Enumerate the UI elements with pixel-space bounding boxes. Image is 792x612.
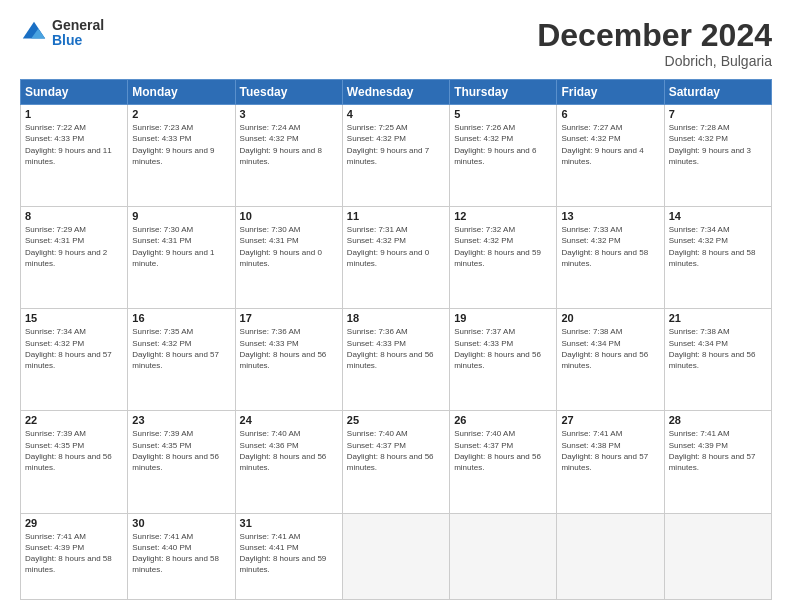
page: General Blue December 2024 Dobrich, Bulg…: [0, 0, 792, 612]
day-cell-30: 30 Sunrise: 7:41 AMSunset: 4:40 PMDaylig…: [128, 513, 235, 600]
calendar-row-1: 1 Sunrise: 7:22 AMSunset: 4:33 PMDayligh…: [21, 105, 772, 207]
logo-text: General Blue: [52, 18, 104, 49]
day-number: 17: [240, 312, 338, 324]
day-info: Sunrise: 7:39 AMSunset: 4:35 PMDaylight:…: [132, 428, 230, 473]
calendar-row-5: 29 Sunrise: 7:41 AMSunset: 4:39 PMDaylig…: [21, 513, 772, 600]
day-cell-15: 15 Sunrise: 7:34 AMSunset: 4:32 PMDaylig…: [21, 309, 128, 411]
day-cell-26: 26 Sunrise: 7:40 AMSunset: 4:37 PMDaylig…: [450, 411, 557, 513]
day-number: 7: [669, 108, 767, 120]
col-monday: Monday: [128, 80, 235, 105]
day-info: Sunrise: 7:30 AMSunset: 4:31 PMDaylight:…: [240, 224, 338, 269]
day-number: 10: [240, 210, 338, 222]
day-info: Sunrise: 7:29 AMSunset: 4:31 PMDaylight:…: [25, 224, 123, 269]
day-cell-11: 11 Sunrise: 7:31 AMSunset: 4:32 PMDaylig…: [342, 207, 449, 309]
day-number: 8: [25, 210, 123, 222]
header: General Blue December 2024 Dobrich, Bulg…: [20, 18, 772, 69]
day-number: 3: [240, 108, 338, 120]
day-info: Sunrise: 7:38 AMSunset: 4:34 PMDaylight:…: [669, 326, 767, 371]
day-number: 9: [132, 210, 230, 222]
calendar-row-4: 22 Sunrise: 7:39 AMSunset: 4:35 PMDaylig…: [21, 411, 772, 513]
calendar-row-2: 8 Sunrise: 7:29 AMSunset: 4:31 PMDayligh…: [21, 207, 772, 309]
day-cell-1: 1 Sunrise: 7:22 AMSunset: 4:33 PMDayligh…: [21, 105, 128, 207]
day-info: Sunrise: 7:33 AMSunset: 4:32 PMDaylight:…: [561, 224, 659, 269]
day-number: 12: [454, 210, 552, 222]
logo-blue: Blue: [52, 33, 104, 48]
day-info: Sunrise: 7:41 AMSunset: 4:38 PMDaylight:…: [561, 428, 659, 473]
day-info: Sunrise: 7:28 AMSunset: 4:32 PMDaylight:…: [669, 122, 767, 167]
day-cell-7: 7 Sunrise: 7:28 AMSunset: 4:32 PMDayligh…: [664, 105, 771, 207]
empty-cell: [557, 513, 664, 600]
day-number: 24: [240, 414, 338, 426]
logo: General Blue: [20, 18, 104, 49]
day-cell-16: 16 Sunrise: 7:35 AMSunset: 4:32 PMDaylig…: [128, 309, 235, 411]
day-number: 15: [25, 312, 123, 324]
day-info: Sunrise: 7:39 AMSunset: 4:35 PMDaylight:…: [25, 428, 123, 473]
day-cell-24: 24 Sunrise: 7:40 AMSunset: 4:36 PMDaylig…: [235, 411, 342, 513]
day-cell-20: 20 Sunrise: 7:38 AMSunset: 4:34 PMDaylig…: [557, 309, 664, 411]
empty-cell: [450, 513, 557, 600]
day-number: 23: [132, 414, 230, 426]
day-number: 29: [25, 517, 123, 529]
day-cell-29: 29 Sunrise: 7:41 AMSunset: 4:39 PMDaylig…: [21, 513, 128, 600]
day-number: 25: [347, 414, 445, 426]
day-info: Sunrise: 7:38 AMSunset: 4:34 PMDaylight:…: [561, 326, 659, 371]
day-number: 28: [669, 414, 767, 426]
day-info: Sunrise: 7:40 AMSunset: 4:36 PMDaylight:…: [240, 428, 338, 473]
day-cell-17: 17 Sunrise: 7:36 AMSunset: 4:33 PMDaylig…: [235, 309, 342, 411]
day-cell-8: 8 Sunrise: 7:29 AMSunset: 4:31 PMDayligh…: [21, 207, 128, 309]
day-info: Sunrise: 7:40 AMSunset: 4:37 PMDaylight:…: [347, 428, 445, 473]
day-info: Sunrise: 7:24 AMSunset: 4:32 PMDaylight:…: [240, 122, 338, 167]
day-info: Sunrise: 7:41 AMSunset: 4:41 PMDaylight:…: [240, 531, 338, 576]
logo-icon: [20, 19, 48, 47]
title-section: December 2024 Dobrich, Bulgaria: [537, 18, 772, 69]
day-cell-23: 23 Sunrise: 7:39 AMSunset: 4:35 PMDaylig…: [128, 411, 235, 513]
day-info: Sunrise: 7:25 AMSunset: 4:32 PMDaylight:…: [347, 122, 445, 167]
col-friday: Friday: [557, 80, 664, 105]
day-number: 5: [454, 108, 552, 120]
empty-cell: [342, 513, 449, 600]
day-cell-13: 13 Sunrise: 7:33 AMSunset: 4:32 PMDaylig…: [557, 207, 664, 309]
day-number: 18: [347, 312, 445, 324]
day-cell-27: 27 Sunrise: 7:41 AMSunset: 4:38 PMDaylig…: [557, 411, 664, 513]
day-cell-10: 10 Sunrise: 7:30 AMSunset: 4:31 PMDaylig…: [235, 207, 342, 309]
day-number: 16: [132, 312, 230, 324]
day-number: 6: [561, 108, 659, 120]
day-cell-5: 5 Sunrise: 7:26 AMSunset: 4:32 PMDayligh…: [450, 105, 557, 207]
logo-general: General: [52, 18, 104, 33]
day-info: Sunrise: 7:36 AMSunset: 4:33 PMDaylight:…: [347, 326, 445, 371]
day-info: Sunrise: 7:27 AMSunset: 4:32 PMDaylight:…: [561, 122, 659, 167]
day-cell-2: 2 Sunrise: 7:23 AMSunset: 4:33 PMDayligh…: [128, 105, 235, 207]
day-info: Sunrise: 7:36 AMSunset: 4:33 PMDaylight:…: [240, 326, 338, 371]
day-number: 27: [561, 414, 659, 426]
day-number: 13: [561, 210, 659, 222]
day-info: Sunrise: 7:32 AMSunset: 4:32 PMDaylight:…: [454, 224, 552, 269]
day-number: 14: [669, 210, 767, 222]
day-info: Sunrise: 7:34 AMSunset: 4:32 PMDaylight:…: [25, 326, 123, 371]
location: Dobrich, Bulgaria: [537, 53, 772, 69]
day-info: Sunrise: 7:41 AMSunset: 4:40 PMDaylight:…: [132, 531, 230, 576]
col-tuesday: Tuesday: [235, 80, 342, 105]
day-info: Sunrise: 7:34 AMSunset: 4:32 PMDaylight:…: [669, 224, 767, 269]
col-saturday: Saturday: [664, 80, 771, 105]
day-number: 20: [561, 312, 659, 324]
day-info: Sunrise: 7:23 AMSunset: 4:33 PMDaylight:…: [132, 122, 230, 167]
col-sunday: Sunday: [21, 80, 128, 105]
day-cell-22: 22 Sunrise: 7:39 AMSunset: 4:35 PMDaylig…: [21, 411, 128, 513]
col-wednesday: Wednesday: [342, 80, 449, 105]
day-cell-9: 9 Sunrise: 7:30 AMSunset: 4:31 PMDayligh…: [128, 207, 235, 309]
day-info: Sunrise: 7:41 AMSunset: 4:39 PMDaylight:…: [669, 428, 767, 473]
day-number: 11: [347, 210, 445, 222]
day-number: 21: [669, 312, 767, 324]
day-info: Sunrise: 7:37 AMSunset: 4:33 PMDaylight:…: [454, 326, 552, 371]
day-number: 30: [132, 517, 230, 529]
day-info: Sunrise: 7:30 AMSunset: 4:31 PMDaylight:…: [132, 224, 230, 269]
day-cell-6: 6 Sunrise: 7:27 AMSunset: 4:32 PMDayligh…: [557, 105, 664, 207]
day-cell-12: 12 Sunrise: 7:32 AMSunset: 4:32 PMDaylig…: [450, 207, 557, 309]
day-number: 22: [25, 414, 123, 426]
day-cell-31: 31 Sunrise: 7:41 AMSunset: 4:41 PMDaylig…: [235, 513, 342, 600]
day-cell-21: 21 Sunrise: 7:38 AMSunset: 4:34 PMDaylig…: [664, 309, 771, 411]
day-cell-4: 4 Sunrise: 7:25 AMSunset: 4:32 PMDayligh…: [342, 105, 449, 207]
col-thursday: Thursday: [450, 80, 557, 105]
day-cell-18: 18 Sunrise: 7:36 AMSunset: 4:33 PMDaylig…: [342, 309, 449, 411]
day-number: 4: [347, 108, 445, 120]
